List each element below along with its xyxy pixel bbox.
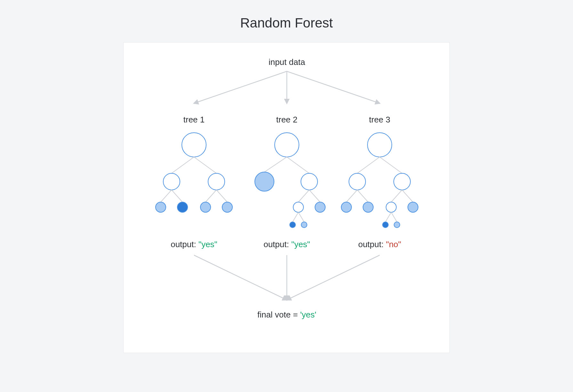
tree-branch — [293, 212, 298, 222]
tree-output: output: "yes" — [263, 239, 310, 249]
tree-leaf-node — [293, 202, 303, 212]
tree-root-node — [275, 133, 299, 157]
tree-node — [163, 173, 180, 190]
diagram-card: input datatree 1output: "yes"tree 2outpu… — [123, 42, 450, 353]
tree-branch — [357, 190, 368, 202]
tree-tiny-node — [383, 222, 388, 228]
tree-branch — [287, 157, 309, 173]
arrow-icon — [194, 71, 287, 103]
tree-label: tree 2 — [276, 115, 298, 124]
tree-leaf-node — [177, 202, 188, 212]
tree-leaf-node — [156, 202, 166, 212]
arrow-icon — [287, 255, 380, 300]
random-forest-diagram: input datatree 1output: "yes"tree 2outpu… — [130, 55, 444, 337]
tree-leaf-node — [222, 202, 232, 212]
tree-root-node — [182, 133, 206, 157]
tree-tiny-node — [301, 222, 307, 228]
tree-leaf-node — [200, 202, 211, 212]
tree-leaf-node — [315, 202, 325, 212]
tree-node — [349, 173, 366, 190]
arrow-icon — [194, 255, 287, 300]
tree-branch — [172, 190, 182, 202]
tree-output: output: "yes" — [171, 239, 217, 249]
tree-node — [208, 173, 225, 190]
tree-branch — [385, 212, 391, 222]
tree-branch — [357, 157, 380, 173]
tree-branch — [194, 157, 216, 173]
tree-output: output: "no" — [358, 239, 401, 249]
tree-root-node — [367, 133, 392, 157]
diagram-title: Random Forest — [240, 15, 333, 31]
tree-tiny-node — [290, 222, 295, 228]
tree-branch — [264, 157, 287, 172]
input-label: input data — [269, 57, 305, 67]
tree-label: tree 1 — [183, 115, 205, 124]
tree-branch — [206, 190, 216, 202]
tree-leaf-node — [386, 202, 396, 212]
tree-label: tree 3 — [369, 115, 391, 124]
tree-branch — [161, 190, 172, 202]
tree-leaf-node — [408, 202, 418, 212]
tree-branch — [391, 212, 397, 222]
tree-tiny-node — [394, 222, 400, 228]
tree-branch — [309, 190, 320, 202]
tree-branch — [402, 190, 413, 202]
final-vote: final vote = 'yes' — [257, 310, 316, 319]
tree-branch — [380, 157, 402, 173]
tree-leaf-node — [363, 202, 373, 212]
tree-branch — [298, 190, 309, 202]
tree-node — [301, 173, 318, 190]
tree-branch — [298, 212, 304, 222]
tree-leaf-node — [341, 202, 351, 212]
tree-branch — [172, 157, 194, 173]
tree-branch — [391, 190, 402, 202]
tree-node — [394, 173, 410, 190]
tree-branch — [216, 190, 227, 202]
arrow-icon — [287, 71, 380, 103]
tree-node — [255, 172, 274, 191]
tree-branch — [346, 190, 357, 202]
